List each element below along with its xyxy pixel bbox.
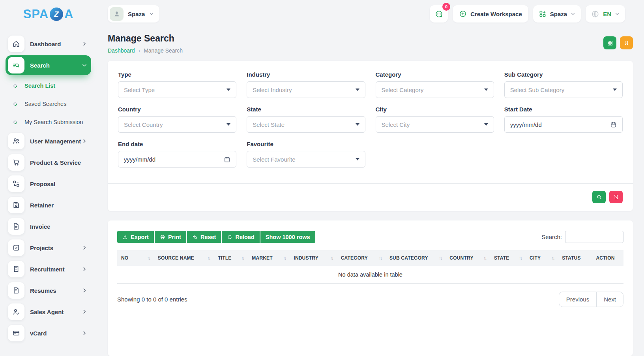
page-title: Manage Search: [108, 33, 183, 44]
sort-icon[interactable]: ↑↓: [330, 256, 333, 260]
language-selector[interactable]: EN: [586, 5, 625, 23]
sidebar-subitem-search-list[interactable]: Search List: [6, 77, 91, 95]
column-header-industry[interactable]: INDUSTRY↑↓: [290, 250, 337, 266]
chevron-down-icon: [149, 11, 154, 16]
printer-icon: [160, 234, 165, 240]
chevron-down-icon: [82, 62, 87, 68]
column-header-sub-category[interactable]: SUB CATEGORY↑↓: [386, 250, 446, 266]
chevron-right-icon: [82, 309, 87, 315]
column-header-category[interactable]: CATEGORY↑↓: [337, 250, 386, 266]
apply-search-button[interactable]: [592, 191, 606, 203]
receipt-icon: [8, 261, 24, 277]
export-button[interactable]: Export: [117, 231, 154, 243]
avatar: [110, 7, 124, 21]
clear-filters-button[interactable]: [609, 191, 623, 203]
select-placeholder: Select Type: [124, 87, 155, 93]
sidebar-item-product-service[interactable]: Product & Service: [6, 153, 91, 172]
column-header-market[interactable]: MARKET↑↓: [248, 250, 290, 266]
sidebar-item-retainer[interactable]: Retainer: [6, 195, 91, 215]
sidebar-item-vcard[interactable]: vCard: [6, 323, 91, 343]
create-workspace-button[interactable]: Create Workspace: [453, 5, 528, 23]
previous-page-button[interactable]: Previous: [559, 292, 596, 307]
field-label: End date: [118, 141, 236, 147]
grid-view-button[interactable]: [603, 36, 616, 49]
column-header-status[interactable]: STATUS: [558, 250, 592, 266]
table-toolbar: Export Print Reset Reload: [117, 231, 623, 243]
sub-category-select[interactable]: Select Sub Category: [504, 81, 623, 98]
sidebar-item-proposal[interactable]: Proposal: [6, 174, 91, 194]
save-icon: [8, 197, 24, 213]
chat-button[interactable]: 0: [430, 5, 448, 23]
sidebar-item-label: vCard: [30, 330, 82, 337]
column-header-title[interactable]: TITLE↑↓: [214, 250, 248, 266]
caret-down-icon: [484, 123, 488, 126]
sidebar-item-invoice[interactable]: Invoice: [6, 217, 91, 236]
start-date-input[interactable]: yyyy/mm/dd: [504, 116, 623, 133]
sidebar-subitem-saved-searches[interactable]: Saved Searches: [6, 95, 91, 113]
sort-icon[interactable]: ↑↓: [483, 256, 486, 260]
table-search: Search:: [541, 231, 623, 243]
bullet-icon: [13, 120, 18, 125]
city-select[interactable]: Select City: [376, 116, 494, 133]
state-select[interactable]: Select State: [247, 116, 365, 133]
table-header: NO↑↓ SOURCE NAME↑↓ TITLE↑↓ MARKET↑↓ INDU…: [117, 250, 623, 266]
create-workspace-label: Create Workspace: [470, 11, 522, 17]
column-header-no[interactable]: NO↑↓: [117, 250, 154, 266]
sort-icon[interactable]: ↑↓: [379, 256, 382, 260]
sidebar-item-dashboard[interactable]: Dashboard: [6, 34, 91, 54]
app-logo[interactable]: SPAZA: [0, 7, 97, 21]
user-workspace-dropdown[interactable]: Spaza: [108, 5, 159, 23]
sidebar-item-label: Invoice: [30, 223, 87, 230]
bookmark-icon: [623, 40, 629, 46]
sort-icon[interactable]: ↑↓: [551, 256, 554, 260]
home-icon: [8, 36, 24, 52]
column-header-source-name[interactable]: SOURCE NAME↑↓: [154, 250, 214, 266]
favourite-select[interactable]: Select Favourite: [247, 151, 365, 168]
reload-button[interactable]: Reload: [222, 231, 259, 243]
show-rows-button[interactable]: Show 1000 rows: [260, 231, 315, 243]
sidebar-subitem-my-search-submission[interactable]: My Search Submission: [6, 113, 91, 131]
sidebar-item-user-management[interactable]: User Management: [6, 131, 91, 151]
calendar-icon[interactable]: [610, 121, 617, 128]
sort-icon[interactable]: ↑↓: [439, 256, 442, 260]
results-table: NO↑↓ SOURCE NAME↑↓ TITLE↑↓ MARKET↑↓ INDU…: [117, 250, 623, 284]
sort-icon[interactable]: ↑↓: [207, 256, 210, 260]
next-page-button[interactable]: Next: [596, 292, 623, 307]
filter-actions: [118, 184, 623, 203]
breadcrumb-dashboard-link[interactable]: Dashboard: [108, 47, 135, 54]
caret-down-icon: [484, 89, 488, 91]
sort-icon[interactable]: ↑↓: [241, 256, 244, 260]
sort-icon[interactable]: ↑↓: [283, 256, 286, 260]
country-select[interactable]: Select Country: [118, 116, 236, 133]
sidebar-item-resumes[interactable]: Resumes: [6, 281, 91, 300]
grid-icon: [607, 40, 613, 46]
calendar-icon[interactable]: [224, 156, 230, 163]
topbar: Spaza 0 Create Workspace Spaza: [108, 0, 633, 28]
print-button[interactable]: Print: [155, 231, 186, 243]
proposal-swap-icon: [8, 175, 24, 192]
industry-select[interactable]: Select Industry: [247, 81, 365, 98]
column-header-state[interactable]: STATE↑↓: [490, 250, 526, 266]
end-date-input[interactable]: yyyy/mm/dd: [118, 151, 236, 168]
table-search-input[interactable]: [565, 231, 623, 243]
select-placeholder: Select City: [382, 121, 410, 128]
sidebar-item-recruitment[interactable]: Recruitment: [6, 259, 91, 279]
type-select[interactable]: Select Type: [118, 81, 236, 98]
column-header-country[interactable]: COUNTRY↑↓: [446, 250, 490, 266]
bookmark-button[interactable]: [620, 36, 633, 49]
sort-icon[interactable]: ↑↓: [147, 256, 150, 260]
filter-grid: Type Select Type Industry Select Industr…: [118, 71, 623, 168]
filter-field-industry: Industry Select Industry: [247, 71, 365, 98]
sidebar-item-projects[interactable]: Projects: [6, 238, 91, 258]
category-select[interactable]: Select Category: [376, 81, 494, 98]
workspace-switcher[interactable]: Spaza: [533, 5, 581, 23]
column-header-city[interactable]: CITY↑↓: [526, 250, 558, 266]
app-root: SPAZA Dashboard Search Search List: [0, 0, 644, 356]
sidebar-item-search[interactable]: Search: [6, 55, 91, 75]
chevron-right-icon: [82, 41, 87, 47]
column-header-action[interactable]: ACTION: [592, 250, 623, 266]
sort-icon[interactable]: ↑↓: [519, 256, 522, 260]
caret-down-icon: [227, 123, 230, 126]
reset-button[interactable]: Reset: [187, 231, 221, 243]
sidebar-item-sales-agent[interactable]: Sales Agent: [6, 302, 91, 322]
